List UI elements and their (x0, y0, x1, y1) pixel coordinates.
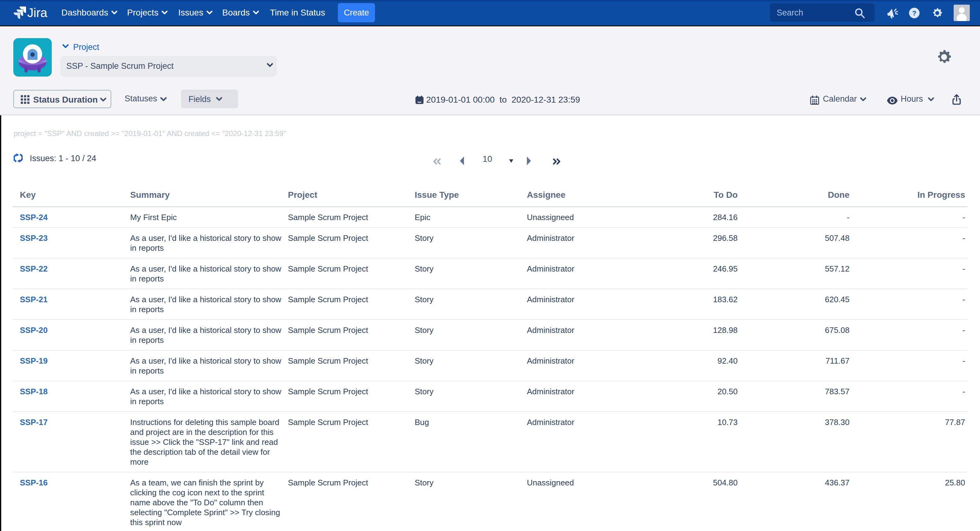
svg-text:?: ? (912, 9, 916, 17)
